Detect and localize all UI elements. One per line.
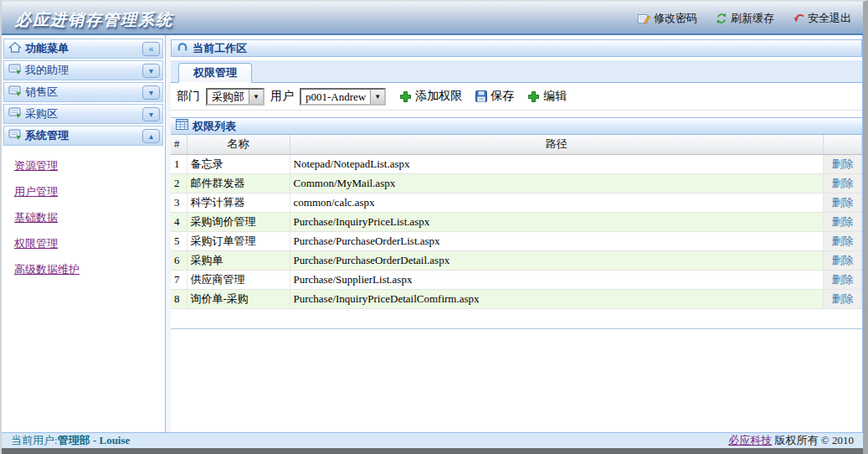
- sidebar-item-user-admin[interactable]: 用户管理: [14, 184, 163, 199]
- sidebar-item-resource-admin[interactable]: 资源管理: [14, 158, 163, 173]
- app-title: 必应进销存管理系统: [15, 4, 173, 31]
- sidebar-collapse-button[interactable]: «: [142, 42, 160, 56]
- dropdown-arrow-icon: ▼: [249, 90, 263, 104]
- toolbar: 部门 采购部 ▼ 用户 p001-Andrew ▼ 添加权限: [171, 83, 862, 111]
- permission-path: Purchase/InquiryPriceDetailComfirm.aspx: [290, 289, 824, 308]
- sidebar-item-permission-admin[interactable]: 权限管理: [14, 236, 163, 251]
- row-number: 6: [171, 250, 187, 270]
- sidebar-section-sales[interactable]: 销售区 ▾: [3, 82, 163, 102]
- chevron-down-icon[interactable]: ▾: [142, 64, 160, 78]
- sidebar-section-purchase[interactable]: 采购区 ▾: [3, 104, 163, 124]
- section-label: 我的助理: [25, 63, 139, 78]
- logout-link[interactable]: 安全退出: [793, 11, 851, 26]
- copyright-text: 版权所有 © 2010: [772, 434, 854, 446]
- permission-name: 采购询价管理: [187, 212, 290, 231]
- status-bar: 当前用户:管理部 - Louise 必应科技 版权所有 © 2010: [2, 432, 863, 448]
- sidebar-item-advanced-data[interactable]: 高级数据维护: [14, 262, 163, 277]
- change-password-label: 修改密码: [654, 11, 697, 26]
- delete-link[interactable]: 删除: [832, 273, 854, 286]
- menu-card-icon: [8, 127, 22, 144]
- current-user-name: Louise: [99, 434, 130, 446]
- current-user-department: 管理部: [58, 434, 90, 446]
- save-icon: [475, 90, 487, 102]
- edit-button[interactable]: 编辑: [527, 89, 567, 104]
- permission-name: 备忘录: [187, 154, 290, 173]
- delete-link[interactable]: 删除: [832, 157, 854, 170]
- delete-link[interactable]: 删除: [832, 292, 854, 305]
- refresh-icon: [716, 13, 727, 24]
- sidebar-item-base-data[interactable]: 基础数据: [14, 210, 163, 225]
- department-value: 采购部: [208, 90, 249, 104]
- permission-path: Purchase/SupplierList.aspx: [290, 270, 824, 289]
- column-header-index[interactable]: #: [171, 135, 187, 154]
- logout-label: 安全退出: [808, 11, 851, 26]
- column-header-path[interactable]: 路径: [290, 135, 824, 154]
- user-value: p001-Andrew: [301, 90, 370, 104]
- add-permission-button[interactable]: 添加权限: [399, 89, 462, 104]
- dropdown-arrow-icon: ▼: [370, 90, 384, 104]
- sidebar-section-system-admin[interactable]: 系统管理 ▴: [3, 126, 163, 146]
- current-user-label: 当前用户:: [11, 434, 58, 446]
- sidebar-links-panel: 资源管理 用户管理 基础数据 权限管理 高级数据维护: [3, 147, 163, 432]
- table-row[interactable]: 8 询价单-采购 Purchase/InquiryPriceDetailComf…: [171, 289, 862, 308]
- add-icon: [399, 90, 412, 103]
- delete-link[interactable]: 删除: [832, 254, 854, 266]
- tab-strip: 权限管理: [171, 60, 862, 83]
- delete-link[interactable]: 删除: [832, 215, 854, 228]
- table-row[interactable]: 6 采购单 Purchase/PurchaseOrderDetail.aspx …: [171, 250, 862, 270]
- chevron-up-icon[interactable]: ▴: [142, 129, 160, 143]
- window-bottom-edge: [2, 448, 863, 454]
- row-number: 4: [171, 212, 187, 231]
- table-row[interactable]: 3 科学计算器 common/calc.aspx 删除: [171, 193, 862, 212]
- add-permission-label: 添加权限: [415, 89, 462, 104]
- workspace-header: 当前工作区: [171, 39, 862, 57]
- table-row[interactable]: 2 邮件群发器 Common/MyMail.aspx 删除: [171, 173, 862, 193]
- permission-name: 询价单-采购: [187, 289, 290, 308]
- refresh-cache-link[interactable]: 刷新缓存: [716, 11, 774, 26]
- sidebar-section-my-assistant[interactable]: 我的助理 ▾: [3, 60, 163, 80]
- user-select[interactable]: p001-Andrew ▼: [300, 88, 386, 106]
- department-label: 部门: [177, 89, 200, 104]
- permission-path: Notepad/NotepadList.aspx: [290, 154, 824, 173]
- delete-link[interactable]: 删除: [832, 177, 854, 189]
- current-user-status: 当前用户:管理部 - Louise: [11, 433, 130, 448]
- grid-empty-space: [171, 309, 862, 328]
- permission-name: 采购订单管理: [187, 231, 290, 250]
- table-row[interactable]: 5 采购订单管理 Purchase/PurchaseOrderList.aspx…: [171, 231, 862, 250]
- permission-name: 邮件群发器: [187, 173, 290, 193]
- section-label: 系统管理: [25, 128, 139, 143]
- edit-password-icon: [638, 13, 650, 24]
- sidebar-header-function-menu: 功能菜单 «: [3, 39, 163, 59]
- grid-title: 权限列表: [193, 119, 236, 134]
- change-password-link[interactable]: 修改密码: [638, 11, 697, 26]
- content-area: 功能菜单 « 我的助理 ▾ 销售区 ▾: [2, 35, 863, 432]
- chevron-down-icon[interactable]: ▾: [142, 107, 160, 121]
- workspace-icon: [177, 41, 188, 55]
- header-links: 修改密码 刷新缓存 安全退出: [638, 9, 851, 26]
- table-header-row: # 名称 路径: [171, 135, 862, 154]
- menu-card-icon: [8, 106, 22, 122]
- permission-path: Purchase/InquiryPriceList.aspx: [290, 212, 824, 231]
- tab-permission-admin[interactable]: 权限管理: [178, 63, 252, 83]
- menu-card-icon: [8, 62, 22, 79]
- delete-link[interactable]: 删除: [832, 196, 854, 209]
- save-button[interactable]: 保存: [475, 89, 514, 104]
- home-icon: [8, 41, 22, 57]
- chevron-down-icon[interactable]: ▾: [142, 85, 160, 100]
- permission-grid-panel: 权限列表 # 名称 路径 1: [171, 117, 862, 329]
- department-select[interactable]: 采购部 ▼: [206, 88, 265, 106]
- table-row[interactable]: 7 供应商管理 Purchase/SupplierList.aspx 删除: [171, 270, 862, 289]
- delete-link[interactable]: 删除: [832, 235, 854, 247]
- main-panel: 当前工作区 权限管理 部门 采购部 ▼ 用户 p001-Andrew ▼: [171, 35, 863, 432]
- table-row[interactable]: 4 采购询价管理 Purchase/InquiryPriceList.aspx …: [171, 212, 862, 231]
- row-number: 1: [171, 154, 187, 173]
- user-label: 用户: [270, 89, 294, 104]
- permission-name: 科学计算器: [187, 193, 290, 212]
- copyright: 必应科技 版权所有 © 2010: [728, 433, 854, 448]
- section-label: 销售区: [25, 85, 139, 100]
- tab-body-whitespace: [171, 329, 862, 433]
- company-link[interactable]: 必应科技: [728, 434, 772, 446]
- column-header-name[interactable]: 名称: [187, 135, 290, 154]
- permission-path: Purchase/PurchaseOrderDetail.aspx: [290, 250, 824, 270]
- table-row[interactable]: 1 备忘录 Notepad/NotepadList.aspx 删除: [171, 154, 862, 173]
